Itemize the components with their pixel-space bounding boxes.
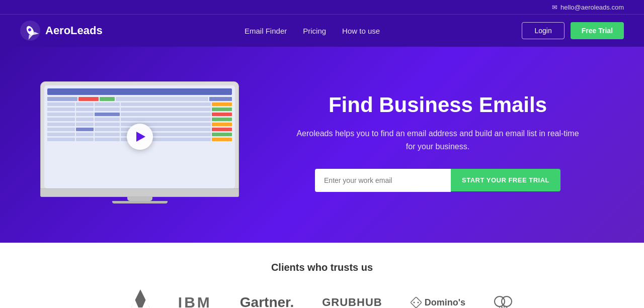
header-top-bar: ✉ hello@aeroleads.com: [0, 0, 644, 15]
svg-text:TATA: TATA: [498, 305, 508, 308]
hero-section: Find Business Emails Aeroleads helps you…: [0, 47, 644, 243]
svg-marker-8: [411, 297, 422, 308]
hero-laptop-illustration: [40, 81, 242, 203]
nav-links: Email Finder Pricing How to use: [245, 27, 380, 35]
svg-point-9: [413, 302, 415, 303]
client-logo-dominos: Domino's: [411, 297, 465, 308]
ibm-wordmark: IBM: [178, 294, 212, 308]
client-logo-ibm: IBM: [178, 294, 212, 308]
dominos-wordmark: Domino's: [425, 297, 465, 308]
gartner-wordmark: Gartner.: [240, 294, 294, 308]
nav-pricing[interactable]: Pricing: [303, 27, 326, 35]
hero-content: Find Business Emails Aeroleads helps you…: [242, 92, 604, 191]
contact-email: ✉ hello@aeroleads.com: [552, 4, 624, 11]
dominos-icon: [411, 297, 422, 308]
play-button[interactable]: [127, 124, 153, 150]
header: ✉ hello@aeroleads.com AeroLeads Email Fi…: [0, 0, 644, 47]
nav-email-finder[interactable]: Email Finder: [245, 27, 287, 35]
mail-icon: ✉: [552, 4, 557, 11]
client-logo-tata: TATA: [494, 295, 513, 308]
email-input[interactable]: [315, 169, 451, 192]
client-logo-adobe: Adobe: [131, 289, 150, 308]
adobe-icon: [131, 289, 149, 307]
clients-title: Clients who trusts us: [40, 262, 604, 273]
tata-icon: TATA: [494, 295, 513, 308]
login-button[interactable]: Login: [522, 22, 564, 39]
main-nav: AeroLeads Email Finder Pricing How to us…: [0, 15, 644, 47]
free-trial-button[interactable]: Free Trial: [571, 22, 624, 39]
hero-title: Find Business Emails: [272, 92, 604, 118]
hero-cta-form: START YOUR FREE TRIAL: [272, 169, 604, 192]
nav-how-to-use[interactable]: How to use: [342, 27, 380, 35]
logo-area[interactable]: AeroLeads: [20, 21, 103, 41]
play-icon: [136, 132, 145, 142]
logo-icon: [20, 21, 40, 41]
nav-buttons: Login Free Trial: [522, 22, 624, 39]
grubhub-wordmark: GRUBHUB: [322, 296, 382, 308]
svg-point-10: [417, 302, 419, 303]
logo-text: AeroLeads: [45, 24, 103, 37]
client-logo-grubhub: GRUBHUB: [322, 296, 382, 308]
client-logo-gartner: Gartner.: [240, 294, 294, 308]
svg-point-12: [502, 296, 512, 306]
clients-logos: Adobe IBM Gartner. GRUBHUB Domino's: [40, 289, 604, 308]
start-trial-button[interactable]: START YOUR FREE TRIAL: [451, 169, 560, 191]
hero-subtitle: Aeroleads helps you to find an email add…: [292, 127, 584, 154]
clients-section: Clients who trusts us Adobe IBM Gartner.…: [0, 243, 644, 308]
